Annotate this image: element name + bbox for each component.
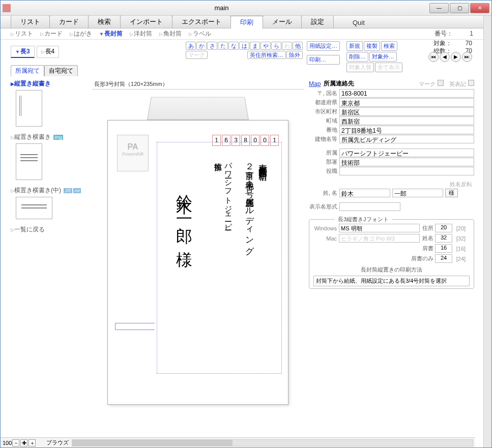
badge-img: img [53,135,63,140]
tab-list[interactable]: リスト [11,16,50,28]
field-building[interactable]: 所属先ビルディング [339,135,474,143]
sub-hagaki[interactable]: はがき [70,29,92,38]
kana-wa[interactable]: わ [282,42,292,50]
btn-print[interactable]: 印刷… [307,55,340,65]
zoom-reset[interactable]: ✚ [20,439,27,446]
tab-card[interactable]: カード [49,16,89,28]
kana-ya[interactable]: や [261,42,271,50]
kana-ra[interactable]: ら [271,42,281,50]
kana-other[interactable]: 他 [293,42,303,50]
env-addr2: ２丁目８番地１号 所属先ビルディング [244,157,255,250]
kana-na[interactable]: な [228,42,239,50]
field-city[interactable]: 新宿区 [339,107,474,116]
btn-eng-search[interactable]: 英住所検索… [247,51,286,59]
print-subtabs: リスト カード はがき 長封筒 洋封筒 角封筒 ラベル 番号：1 [1,28,483,40]
btn-delete[interactable]: 削除… [346,52,368,62]
btn-swap[interactable]: 対象入替 [346,63,374,72]
layout-tate-tate[interactable]: 縦置き縦書き [11,79,87,88]
zoom-in[interactable]: ＋ [28,439,36,446]
close-button[interactable]: ✕ [470,3,489,13]
nav-first[interactable]: ⏮ [428,52,439,62]
field-town[interactable]: 西新宿 [339,116,474,125]
minimize-button[interactable]: — [429,3,449,13]
btn-dup[interactable]: 複製 [364,41,380,51]
maximize-button[interactable]: ▢ [450,3,469,13]
field-prefecture[interactable]: 東京都 [339,98,474,107]
kana-ta[interactable]: た [218,42,228,50]
btn-sama[interactable]: 様 [445,189,458,197]
print-method[interactable]: 封筒下から給紙、用紙設定にある長3/4号封筒を選択 [313,276,470,286]
thumb-tate-tate[interactable] [16,90,42,127]
fold-mark [115,323,155,330]
envelope-preview: PAPowershift 1 6 3 8 0 0 1 東京 [107,120,288,405]
field-org[interactable]: パワーシフトジェーピー [339,148,474,157]
kana-ma[interactable]: ま [250,42,260,50]
tab-export[interactable]: エクスポート [172,16,231,28]
field-street[interactable]: 2丁目8番地1号 [339,126,474,134]
sub-naga[interactable]: 長封筒 [99,29,123,38]
layout-back[interactable]: 一覧に戻る [11,225,87,234]
font-mac[interactable]: ヒラギノ角ゴ Pro W3 [339,234,420,243]
sub-card[interactable]: カード [40,29,63,38]
h-scrollbar[interactable] [72,439,473,446]
form-header: 所属連絡先 [324,79,354,88]
field-display-format[interactable] [339,202,400,211]
size-naga4[interactable]: 長4 [37,46,60,58]
v-scrollbar[interactable] [483,16,491,447]
sub-kaku[interactable]: 角封筒 [159,29,182,38]
sub-label[interactable]: ラベル [189,29,211,38]
eng-check[interactable] [468,80,474,86]
mark-check[interactable] [438,80,444,86]
field-postal[interactable]: 163-8001 [339,89,474,98]
kana-filter: あ か さ た な は ま や ら わ 他 マーク [186,42,303,59]
btn-paper-settings[interactable]: 用紙設定… [307,41,340,51]
font-windows[interactable]: MS 明朝 [339,224,420,232]
size-kata[interactable]: 16 [435,244,452,253]
thumb-yoko-yoko[interactable] [16,197,52,219]
btn-exclude[interactable]: 除外 [286,51,303,59]
tab-shozoku-ate[interactable]: 所属宛て [11,65,44,76]
field-mei[interactable]: 一郎 [392,189,443,197]
zoom-value: 100 [3,440,12,446]
kana-ha[interactable]: は [239,42,249,50]
field-dept[interactable]: 技術部 [339,158,474,166]
tab-import[interactable]: インポート [120,16,172,28]
tab-search[interactable]: 検索 [88,16,121,28]
mode-browse[interactable]: ブラウズ [46,439,69,446]
main-tabs: リスト カード 検索 インポート エクスポート 印刷 メール 設定 Quit [1,16,483,28]
btn-showall[interactable]: 全て表示 [375,63,402,72]
btn-search[interactable]: 検索 [381,41,397,51]
tab-print[interactable]: 印刷 [230,16,263,28]
nav-prev[interactable]: ◀ [440,52,450,62]
size-addr[interactable]: 20 [435,224,452,232]
btn-mark[interactable]: マーク [186,51,208,59]
zoom-out[interactable]: − [12,439,19,446]
sub-you[interactable]: 洋封筒 [130,29,152,38]
layout-yoko-yoko[interactable]: 横置き横書き(中) J/EAir [11,186,87,195]
kana-sa[interactable]: さ [207,42,217,50]
status-bar: 100 − ✚ ＋ ブラウズ [1,437,475,447]
contact-form: Map 所属連絡先 マーク 英表記 〒, 国名163-8001 都道府県東京都 … [304,79,474,434]
nav-last[interactable]: ⏭ [462,52,472,62]
map-link[interactable]: Map [309,80,321,87]
size-naga3[interactable]: 長3 [11,46,35,58]
btn-new[interactable]: 新規 [346,41,363,51]
kana-a[interactable]: あ [186,42,196,50]
size-katao[interactable]: 24 [435,254,452,263]
btn-exclude-target[interactable]: 対象外… [369,52,397,62]
tab-settings[interactable]: 設定 [301,16,334,28]
toolbar-row: 長3 長4 あ か さ た な は ま や ら わ 他 [1,40,483,64]
layout-options: 縦置き縦書き 縦置き横書き img 横置き横書き(中) J/EAir 一覧に戻る [11,79,92,434]
sub-list[interactable]: リスト [11,29,33,38]
kana-ka[interactable]: か [196,42,207,50]
size-name[interactable]: 32 [435,234,452,243]
nav-next[interactable]: ▶ [451,52,461,62]
tab-mail[interactable]: メール [263,16,302,28]
tab-quit[interactable]: Quit [343,17,374,28]
thumb-tate-yoko[interactable] [16,143,42,180]
field-sei[interactable]: 鈴木 [339,189,390,197]
layout-tate-yoko[interactable]: 縦置き横書き img [11,133,87,141]
tab-jitaku-ate[interactable]: 自宅宛て [44,65,78,76]
field-title[interactable] [339,167,474,175]
envelope-flap [147,97,249,120]
